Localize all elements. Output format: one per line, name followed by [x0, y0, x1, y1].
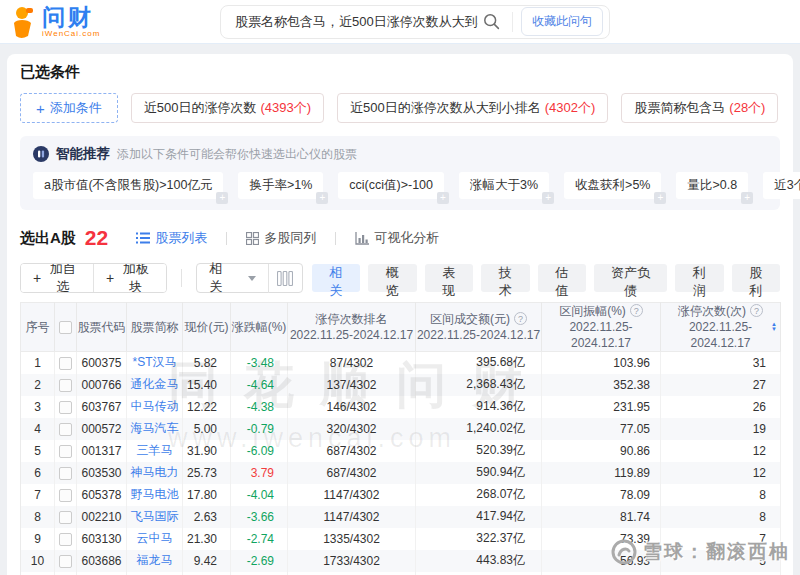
tab-visual-analysis[interactable]: 可视化分析	[353, 229, 441, 247]
interval-amplitude: 81.74	[542, 506, 661, 528]
recommend-tag[interactable]: 涨幅大于3% +	[459, 172, 549, 199]
favorite-question-button[interactable]: 收藏此问句	[521, 7, 603, 36]
stock-code[interactable]: 002210	[77, 506, 127, 528]
stock-price: 5.00	[183, 418, 231, 440]
sort-icon[interactable]: ▲▼	[771, 322, 777, 332]
condition-tag[interactable]: 股票简称包含马 (28个)	[621, 93, 778, 123]
row-checkbox[interactable]	[59, 401, 72, 414]
table-row: 9 603130 云中马 21.30 -2.74 1335/4302 322.3…	[21, 528, 781, 550]
stock-name-link[interactable]: 福龙马	[127, 550, 183, 572]
condition-tag[interactable]: 近500日的涨停次数从大到小排名 (4302个)	[337, 93, 608, 123]
stock-name-link[interactable]: 神马电力	[127, 462, 183, 484]
stock-name-link[interactable]: *ST汉马	[127, 352, 183, 374]
help-icon[interactable]: ?	[630, 304, 643, 317]
stock-name-link[interactable]: 三羊马	[127, 440, 183, 462]
help-icon[interactable]: ?	[514, 312, 527, 325]
row-checkbox[interactable]	[59, 357, 72, 370]
search-input[interactable]: 股票名称包含马，近500日涨停次数从大到小	[235, 13, 478, 31]
add-watchlist-button[interactable]: + 加自选	[21, 264, 93, 292]
col-header-amplitude[interactable]: 区间振幅(%)? 2022.11.25-2024.12.17	[542, 303, 661, 352]
row-checkbox[interactable]	[59, 423, 72, 436]
col-header-name[interactable]: 股票简称	[127, 303, 183, 352]
recommend-tag[interactable]: 量比>0.8 +	[676, 172, 748, 199]
column-tab[interactable]: 概览	[368, 264, 417, 292]
col-header-turnover[interactable]: 区间成交额(元)? 2022.11.25-2024.12.17	[416, 303, 542, 352]
stock-code[interactable]: 838971	[77, 572, 127, 575]
column-tab[interactable]: 估值	[538, 264, 587, 292]
column-tab[interactable]: 资产负债	[594, 264, 667, 292]
stock-name-link[interactable]: 飞马国际	[127, 506, 183, 528]
search-icon[interactable]	[478, 13, 504, 30]
recommend-tag[interactable]: 近3个交易日涨幅>15% +	[763, 172, 800, 199]
limit-up-rank: 146/4302	[288, 396, 416, 418]
table-body: 1 600375 *ST汉马 5.82 -3.48 87/4302 395.68…	[21, 352, 781, 575]
stock-price: 21.30	[183, 528, 231, 550]
grid-icon	[246, 232, 259, 245]
stock-name-link[interactable]: 中马传动	[127, 396, 183, 418]
add-icon[interactable]: +	[216, 192, 228, 204]
add-icon[interactable]: +	[542, 192, 554, 204]
limit-up-count: 7	[661, 528, 781, 550]
limit-up-count: 5	[661, 550, 781, 572]
interval-amplitude: 77.05	[542, 418, 661, 440]
add-icon[interactable]: +	[741, 192, 753, 204]
help-icon[interactable]: ?	[750, 304, 763, 317]
row-checkbox[interactable]	[59, 445, 72, 458]
recommend-tag[interactable]: 收盘获利>5% +	[564, 172, 661, 199]
row-checkbox[interactable]	[59, 489, 72, 502]
add-sector-button[interactable]: + 加板块	[93, 264, 166, 292]
add-condition-button[interactable]: + 添加条件	[20, 93, 118, 123]
col-header-price[interactable]: 现价(元)	[183, 303, 231, 352]
stock-code[interactable]: 600375	[77, 352, 127, 374]
column-tab[interactable]: 技术	[481, 264, 530, 292]
recommend-tag[interactable]: a股市值(不含限售股)>100亿元 +	[33, 172, 223, 199]
column-tab[interactable]: 股利	[732, 264, 781, 292]
stock-code[interactable]: 605378	[77, 484, 127, 506]
stock-name-link[interactable]: 野马电池	[127, 484, 183, 506]
condition-label: 股票简称包含马	[634, 99, 725, 117]
row-checkbox[interactable]	[59, 467, 72, 480]
stock-name-link[interactable]: 云中马	[127, 528, 183, 550]
stock-code[interactable]: 603130	[77, 528, 127, 550]
col-header-change[interactable]: 涨跌幅(%)	[231, 303, 288, 352]
row-checkbox[interactable]	[59, 533, 72, 546]
col-header-code[interactable]: 股票代码	[77, 303, 127, 352]
table-row: 8 002210 飞马国际 2.63 -3.66 1147/4302 417.9…	[21, 506, 781, 528]
recommend-tag[interactable]: 换手率>1% +	[238, 172, 323, 199]
column-tab[interactable]: 利润	[675, 264, 724, 292]
interval-turnover: 395.68亿	[416, 352, 542, 374]
condition-tag[interactable]: 近500日的涨停次数 (4393个)	[131, 93, 324, 123]
column-settings-icon[interactable]	[269, 264, 302, 292]
stock-code[interactable]: 001317	[77, 440, 127, 462]
column-group-select[interactable]: 相关	[196, 263, 302, 293]
row-checkbox[interactable]	[59, 555, 72, 568]
interval-turnover: 268.07亿	[416, 484, 542, 506]
stock-code[interactable]: 603530	[77, 462, 127, 484]
stock-code[interactable]: 603767	[77, 396, 127, 418]
stock-code[interactable]: 000766	[77, 374, 127, 396]
row-checkbox[interactable]	[59, 511, 72, 524]
smart-recommend-icon	[33, 146, 49, 162]
stock-code[interactable]: 000572	[77, 418, 127, 440]
stock-name-link[interactable]: 天马新材	[127, 572, 183, 575]
iwencai-page: 问财 iWenCai.com 股票名称包含马，近500日涨停次数从大到小 收藏此…	[0, 0, 800, 575]
recommend-tag[interactable]: cci(cci值)>-100 +	[338, 172, 444, 199]
tab-multi-stock[interactable]: 多股同列	[244, 229, 318, 247]
col-header-rank[interactable]: 涨停次数排名 2022.11.25-2024.12.17	[288, 303, 416, 352]
stock-change-pct: -2.74	[231, 528, 288, 550]
column-tab[interactable]: 表现	[425, 264, 474, 292]
table-row: 5 001317 三羊马 31.90 -6.09 687/4302 520.39…	[21, 440, 781, 462]
stock-code[interactable]: 603686	[77, 550, 127, 572]
column-tab[interactable]: 相关	[312, 264, 361, 292]
tab-stock-list[interactable]: 股票列表	[134, 229, 209, 247]
row-checkbox[interactable]	[59, 379, 72, 392]
stock-name-link[interactable]: 海马汽车	[127, 418, 183, 440]
iwencai-logo[interactable]: 问财 iWenCai.com	[10, 6, 220, 38]
col-header-limit-count[interactable]: 涨停次数(次)? 2022.11.25-2024.12.17 ▲▼	[661, 303, 781, 352]
add-icon[interactable]: +	[316, 192, 328, 204]
stock-name-link[interactable]: 通化金马	[127, 374, 183, 396]
select-all-checkbox[interactable]	[59, 321, 72, 334]
stock-price: 17.80	[183, 484, 231, 506]
add-icon[interactable]: +	[437, 192, 449, 204]
add-icon[interactable]: +	[654, 192, 666, 204]
